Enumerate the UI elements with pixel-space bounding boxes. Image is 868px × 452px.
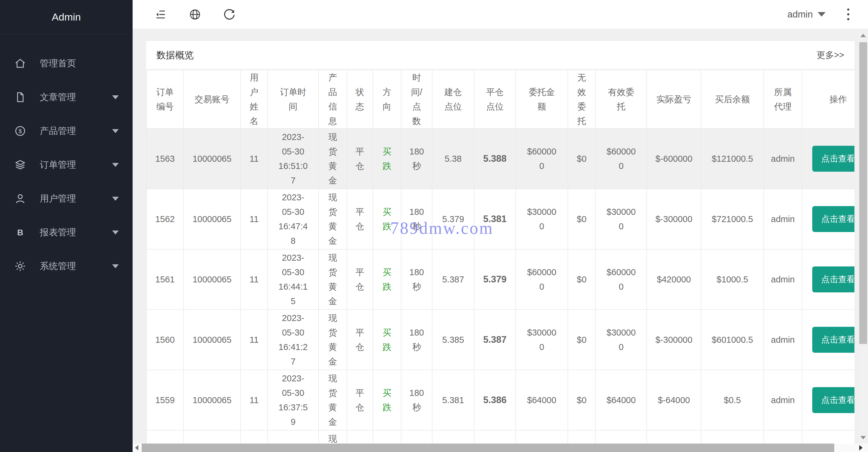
refresh-icon[interactable]: [223, 8, 236, 21]
document-icon: [14, 91, 27, 104]
sidebar-item-label: 系统管理: [40, 260, 76, 273]
cell-entrust-amount: $300000: [516, 189, 568, 249]
cell-account: 10000065: [184, 249, 241, 310]
cell-account: 10000065: [184, 129, 241, 189]
column-header: 订单时间: [268, 70, 318, 129]
sidebar-item-system[interactable]: 系统管理: [0, 249, 133, 283]
cell-status: 平仓: [347, 370, 373, 430]
report-icon: B: [14, 226, 27, 239]
sidebar: Admin 管理首页 文章管理 $ 产品管理 订单管理: [0, 0, 133, 452]
layers-icon: [14, 159, 27, 171]
cell-open-price: 5.381: [432, 370, 474, 430]
cell-entrust-amount: $600000: [516, 249, 568, 310]
view-button[interactable]: 点击查看: [812, 327, 855, 353]
cell-agent: admin: [764, 370, 802, 430]
cell-agent: admin: [764, 129, 802, 189]
scroll-down-arrow-icon[interactable]: [861, 436, 866, 439]
card-title: 数据概览: [156, 49, 194, 61]
cell-order-id: 1563: [147, 129, 184, 189]
home-icon: [14, 57, 27, 70]
vertical-scrollbar[interactable]: [858, 29, 868, 444]
view-button[interactable]: 点击查看: [812, 206, 855, 232]
cell-valid-entrust: $600000: [595, 249, 647, 310]
sidebar-item-reports[interactable]: B 报表管理: [0, 216, 133, 249]
view-button[interactable]: 点击查看: [812, 146, 855, 172]
cell-status: 平仓: [347, 249, 373, 310]
scroll-left-arrow-icon[interactable]: [135, 445, 138, 451]
cell-invalid-entrust: $0: [568, 249, 595, 310]
orders-table: 订单编号交易账号用户姓名订单时间产品信息状态方向时间/点数建仓点位平仓点位委托金…: [146, 70, 855, 452]
more-link[interactable]: 更多>>: [816, 49, 844, 61]
cell-product: 现货黄金: [318, 310, 347, 370]
user-dropdown[interactable]: admin: [787, 9, 826, 20]
cell-duration: 180秒: [401, 370, 432, 430]
svg-text:$: $: [19, 128, 22, 134]
cell-status: 平仓: [347, 129, 373, 189]
scroll-right-arrow-icon[interactable]: [859, 445, 863, 451]
cell-status: 平仓: [347, 189, 373, 249]
view-button[interactable]: 点击查看: [812, 266, 855, 292]
content-area: 数据概览 更多>> 订单编号交易账号用户姓名订单时间产品信息状态方向时间/点数建…: [133, 29, 868, 452]
cell-duration: 180秒: [401, 129, 432, 189]
sidebar-item-users[interactable]: 用户管理: [0, 182, 133, 216]
sidebar-item-label: 文章管理: [40, 91, 76, 104]
horizontal-scrollbar[interactable]: [133, 444, 868, 452]
cell-status: 平仓: [347, 310, 373, 370]
chevron-down-icon: [112, 230, 119, 234]
cell-action: 点击查看: [802, 129, 855, 189]
dollar-icon: $: [14, 124, 27, 137]
cell-username: 11: [241, 310, 268, 370]
sidebar-item-articles[interactable]: 文章管理: [0, 80, 133, 114]
cell-valid-entrust: $300000: [595, 189, 647, 249]
cell-order-id: 1559: [147, 370, 184, 430]
cell-product: 现货黄金: [318, 370, 347, 430]
sidebar-item-label: 管理首页: [40, 57, 76, 70]
sidebar-item-home[interactable]: 管理首页: [0, 47, 133, 80]
cell-order-time: 2023-05-30 16:47:48: [268, 189, 318, 249]
cell-agent: admin: [764, 189, 802, 249]
cell-balance: $121000.5: [701, 129, 764, 189]
table-row: 1559 10000065 11 2023-05-30 16:37:59 现货黄…: [147, 370, 855, 430]
collapse-sidebar-icon[interactable]: [154, 8, 167, 21]
sidebar-item-orders[interactable]: 订单管理: [0, 148, 133, 182]
column-header: 有效委托: [595, 70, 647, 129]
view-button[interactable]: 点击查看: [812, 387, 855, 413]
cell-account: 10000065: [184, 189, 241, 249]
cell-open-price: 5.379: [432, 189, 474, 249]
cell-order-time: 2023-05-30 16:44:15: [268, 249, 318, 310]
cell-direction: 买跌: [373, 249, 401, 310]
cell-profit: $420000: [647, 249, 701, 310]
cell-close-price: 5.386: [474, 370, 516, 430]
cell-agent: admin: [764, 310, 802, 370]
column-header: 平仓点位: [474, 70, 516, 129]
cell-direction: 买跌: [373, 310, 401, 370]
column-header: 产品信息: [318, 70, 347, 129]
table-header-row: 订单编号交易账号用户姓名订单时间产品信息状态方向时间/点数建仓点位平仓点位委托金…: [147, 70, 855, 129]
chevron-down-icon: [112, 129, 119, 133]
cell-action: 点击查看: [802, 189, 855, 249]
cell-action: 点击查看: [802, 249, 855, 310]
column-header: 所属代理: [764, 70, 802, 129]
cell-direction: 买跌: [373, 370, 401, 430]
scroll-up-arrow-icon[interactable]: [861, 34, 866, 37]
cell-open-price: 5.387: [432, 249, 474, 310]
horizontal-scrollbar-thumb[interactable]: [142, 444, 834, 452]
vertical-scrollbar-thumb[interactable]: [859, 42, 867, 344]
cell-action: 点击查看: [802, 370, 855, 430]
chevron-down-icon: [112, 163, 119, 167]
sidebar-menu: 管理首页 文章管理 $ 产品管理 订单管理: [0, 34, 133, 283]
cell-order-id: 1562: [147, 189, 184, 249]
table-row: 1561 10000065 11 2023-05-30 16:44:15 现货黄…: [147, 249, 855, 310]
cell-balance: $0.5: [701, 370, 764, 430]
column-header: 用户姓名: [241, 70, 268, 129]
more-menu-icon[interactable]: [844, 7, 852, 22]
chevron-down-icon: [818, 12, 826, 17]
cell-open-price: 5.38: [432, 129, 474, 189]
language-globe-icon[interactable]: [189, 8, 201, 21]
cell-invalid-entrust: $0: [568, 310, 595, 370]
sidebar-item-products[interactable]: $ 产品管理: [0, 114, 133, 148]
cell-direction: 买跌: [373, 189, 401, 249]
cell-valid-entrust: $300000: [595, 310, 647, 370]
chevron-down-icon: [112, 264, 119, 268]
cell-entrust-amount: $600000: [516, 129, 568, 189]
